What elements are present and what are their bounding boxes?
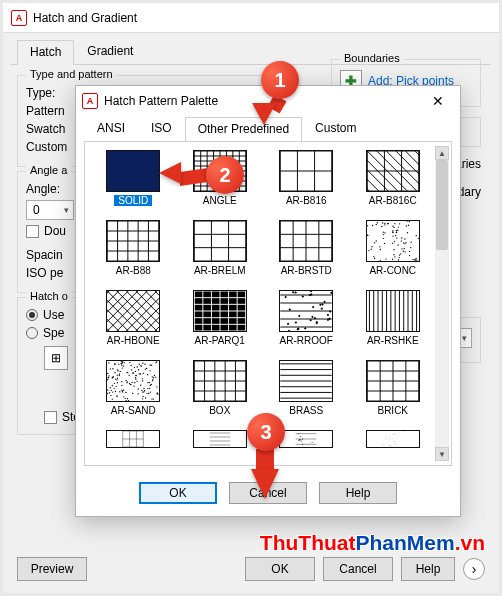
svg-point-219: [311, 294, 312, 295]
pattern-brass[interactable]: BRASS: [266, 360, 347, 416]
tab-hatch[interactable]: Hatch: [17, 40, 74, 65]
svg-point-150: [382, 234, 383, 235]
pattern-thumb: [279, 360, 333, 402]
svg-point-359: [119, 375, 120, 376]
pattern-thumb: [279, 220, 333, 262]
pattern-item[interactable]: [353, 430, 434, 448]
scroll-up-button[interactable]: ▲: [435, 146, 449, 160]
double-checkbox[interactable]: [26, 225, 39, 238]
svg-point-99: [393, 249, 394, 250]
pattern-ar-b88[interactable]: AR-B88: [93, 220, 174, 276]
tab-gradient[interactable]: Gradient: [74, 39, 146, 64]
svg-point-85: [409, 251, 410, 252]
svg-point-445: [395, 433, 396, 434]
svg-line-175: [136, 291, 159, 331]
svg-point-209: [295, 322, 296, 323]
expand-button[interactable]: ›: [463, 558, 485, 580]
pattern-ar-brelm[interactable]: AR-BRELM: [180, 220, 261, 276]
origin-icon-button[interactable]: ⊞: [44, 346, 68, 370]
svg-point-376: [150, 370, 151, 371]
pattern-ar-conc[interactable]: AR-CONC: [353, 220, 434, 276]
pattern-ar-parq1[interactable]: AR-PARQ1: [180, 290, 261, 346]
pattern-box[interactable]: BOX: [180, 360, 261, 416]
parent-help-button[interactable]: Help: [401, 557, 455, 581]
svg-point-259: [153, 398, 154, 399]
palette-ok-button[interactable]: OK: [139, 482, 217, 504]
svg-point-288: [115, 378, 116, 379]
svg-point-261: [135, 371, 136, 372]
svg-point-218: [324, 301, 325, 302]
svg-point-352: [151, 384, 152, 385]
pattern-ar-brstd[interactable]: AR-BRSTD: [266, 220, 347, 276]
palette-help-button[interactable]: Help: [319, 482, 397, 504]
parent-ok-button[interactable]: OK: [245, 557, 315, 581]
svg-point-338: [122, 361, 123, 362]
svg-line-176: [146, 291, 160, 331]
svg-point-121: [392, 232, 393, 233]
svg-point-114: [393, 254, 394, 255]
use-radio[interactable]: [26, 309, 38, 321]
close-button[interactable]: ✕: [422, 89, 454, 113]
palette-tab-ansi[interactable]: ANSI: [84, 116, 138, 141]
pattern-ar-b816c[interactable]: AR-B816C: [353, 150, 434, 206]
svg-point-270: [109, 362, 110, 363]
svg-point-348: [112, 368, 113, 369]
palette-tab-iso[interactable]: ISO: [138, 116, 185, 141]
pattern-ar-rroof[interactable]: AR-RROOF: [266, 290, 347, 346]
svg-point-80: [404, 243, 405, 244]
store-checkbox[interactable]: [44, 411, 57, 424]
parent-cancel-button[interactable]: Cancel: [323, 557, 393, 581]
scrollbar[interactable]: ▲ ▼: [435, 146, 449, 461]
svg-point-344: [149, 382, 150, 383]
pattern-ar-b816[interactable]: AR-B816: [266, 150, 347, 206]
pattern-ar-sand[interactable]: AR-SAND: [93, 360, 174, 416]
svg-point-278: [156, 386, 157, 387]
svg-point-213: [288, 323, 289, 324]
svg-point-287: [123, 366, 124, 367]
scrollbar-thumb[interactable]: [436, 160, 448, 250]
svg-point-303: [117, 369, 118, 370]
svg-point-319: [115, 372, 116, 373]
svg-point-316: [107, 389, 108, 390]
palette-tab-other[interactable]: Other Predefined: [185, 117, 302, 142]
scroll-down-button[interactable]: ▼: [435, 447, 449, 461]
pattern-item[interactable]: [93, 430, 174, 448]
svg-point-307: [107, 379, 108, 380]
pattern-label: AR-B816: [286, 195, 327, 206]
svg-point-283: [121, 363, 122, 364]
pattern-ar-hbone[interactable]: AR-HBONE: [93, 290, 174, 346]
angle-input[interactable]: 0: [26, 200, 74, 220]
pattern-ar-rshke[interactable]: AR-RSHKE: [353, 290, 434, 346]
svg-point-267: [131, 365, 132, 366]
svg-point-109: [394, 241, 395, 242]
svg-point-116: [397, 230, 398, 231]
pattern-brick[interactable]: BRICK: [353, 360, 434, 416]
palette-tab-custom[interactable]: Custom: [302, 116, 369, 141]
preview-button[interactable]: Preview: [17, 557, 87, 581]
pattern-label: SOLID: [114, 195, 152, 206]
svg-point-328: [153, 377, 154, 378]
svg-point-442: [389, 441, 390, 442]
svg-point-440: [389, 445, 390, 446]
svg-point-146: [403, 248, 404, 249]
svg-point-107: [415, 259, 416, 260]
scrollbar-track[interactable]: [435, 160, 449, 447]
spe-radio[interactable]: [26, 327, 38, 339]
svg-point-365: [142, 380, 143, 381]
svg-point-280: [129, 374, 130, 375]
svg-point-380: [157, 393, 158, 394]
svg-point-228: [289, 330, 290, 331]
svg-point-266: [152, 380, 153, 381]
callout-1: 1: [261, 61, 299, 99]
parent-titlebar: A Hatch and Gradient: [3, 3, 499, 33]
svg-point-124: [395, 231, 396, 232]
parent-footer: Preview OK Cancel Help ›: [3, 557, 499, 581]
svg-point-272: [119, 374, 120, 375]
svg-point-292: [145, 364, 146, 365]
svg-point-373: [150, 392, 151, 393]
svg-point-127: [405, 242, 406, 243]
svg-point-298: [135, 378, 136, 379]
svg-point-120: [398, 257, 399, 258]
svg-point-364: [121, 389, 122, 390]
svg-point-128: [394, 256, 395, 257]
